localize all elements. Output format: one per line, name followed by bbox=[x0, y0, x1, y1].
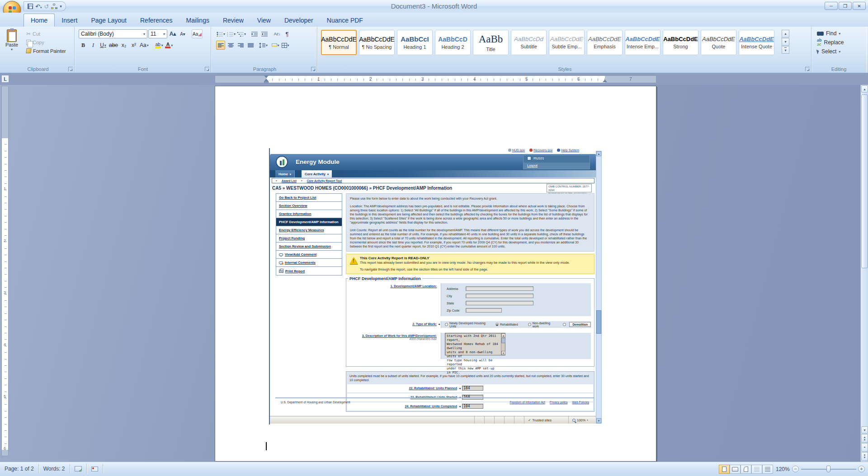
font-size-combo[interactable]: 11▾ bbox=[148, 29, 167, 38]
nav-tab-home[interactable]: Home▾ bbox=[275, 170, 295, 177]
sidebar-item-grantee-information[interactable]: Grantee Information bbox=[276, 210, 342, 218]
format-painter-button[interactable]: Format Painter bbox=[25, 47, 67, 55]
scroll-down-icon[interactable]: ▼ bbox=[501, 351, 505, 355]
demolition-button[interactable]: Demolition bbox=[569, 322, 591, 327]
tab-page-layout[interactable]: Page Layout bbox=[84, 14, 133, 27]
tab-view[interactable]: View bbox=[250, 14, 278, 27]
zoom-slider-thumb[interactable] bbox=[826, 466, 830, 472]
browser-zoom-cell[interactable]: 100% ▾ bbox=[568, 416, 596, 424]
scroll-up-icon[interactable]: ▲ bbox=[501, 333, 505, 337]
select-button[interactable]: Select▾ bbox=[817, 47, 844, 56]
units-completed-field[interactable]: 104 bbox=[462, 404, 483, 409]
style-subtitle[interactable]: AaBbCcDdSubtitle bbox=[511, 30, 547, 55]
bold-button[interactable]: B bbox=[79, 41, 88, 50]
style-intense-emphasis[interactable]: AaBbCcDdEIntense Emp... bbox=[625, 30, 660, 55]
style-strong[interactable]: AaBbCcDdEStrong bbox=[663, 30, 698, 55]
tab-developer[interactable]: Developer bbox=[278, 14, 320, 27]
left-indent-marker[interactable] bbox=[264, 81, 269, 83]
q1-development-amp-location-link[interactable]: 1. Development/AMP Location: bbox=[390, 285, 437, 288]
full-screen-reading-button[interactable] bbox=[730, 465, 741, 474]
logout-link[interactable]: Logout bbox=[524, 163, 590, 169]
address-field[interactable] bbox=[466, 286, 533, 291]
core-activity-report-tool-link[interactable]: Core Activity Report Tool bbox=[307, 179, 342, 182]
highlight-button[interactable]: ab▾ bbox=[155, 41, 164, 50]
zoom-level[interactable]: 120% bbox=[776, 466, 790, 472]
next-page-button[interactable]: ▼▼ bbox=[861, 452, 868, 461]
outline-view-button[interactable] bbox=[751, 465, 762, 474]
styles-scroll-up-button[interactable]: ▴ bbox=[782, 30, 789, 37]
minimize-button[interactable]: ─ bbox=[825, 2, 838, 10]
hud-gov-link[interactable]: HUD.gov bbox=[508, 149, 525, 152]
textarea-scrollbar[interactable]: ▲ ▼ bbox=[501, 333, 505, 355]
italic-button[interactable]: I bbox=[89, 41, 98, 50]
find-button[interactable]: Find▾ bbox=[817, 29, 844, 38]
close-button[interactable]: ✕ bbox=[853, 2, 866, 10]
webapp-scroll-down-icon[interactable]: ▼ bbox=[596, 418, 601, 423]
print-layout-view-button[interactable] bbox=[719, 465, 730, 474]
document-scrollbar[interactable]: ▲ ▼ ▲▲ ● ▼▼ bbox=[860, 85, 868, 462]
style-emphasis[interactable]: AaBbCcDdEEmphasis bbox=[587, 30, 623, 55]
word-count[interactable]: Words: 2 bbox=[39, 464, 70, 474]
scroll-down-button[interactable]: ▼ bbox=[861, 426, 868, 434]
style-no-spacing[interactable]: AaBbCcDdE¶ No Spacing bbox=[359, 30, 395, 55]
zoom-in-button[interactable]: + bbox=[858, 466, 865, 472]
city-field[interactable] bbox=[466, 294, 533, 298]
align-left-button[interactable] bbox=[216, 41, 225, 50]
numbering-button[interactable]: 123▾ bbox=[226, 29, 236, 38]
units-planned-field[interactable]: 184 bbox=[462, 386, 483, 391]
styles-scroll-down-button[interactable]: ▾ bbox=[782, 38, 789, 46]
vertical-ruler[interactable]: 1 2 3 4 5 6 bbox=[1, 86, 9, 456]
sidebar-item-internal-comments[interactable]: Internal Comments bbox=[276, 259, 342, 267]
style-title[interactable]: AaBbTitle bbox=[473, 30, 509, 55]
units-completed-link[interactable]: 24. Rehabilitated: Units Completed bbox=[405, 405, 457, 408]
right-indent-marker[interactable] bbox=[603, 79, 607, 82]
foia-link[interactable]: Freedom of Information Act bbox=[509, 401, 545, 404]
q2-type-of-work-link[interactable]: 2. Type of Work: bbox=[412, 322, 437, 326]
horizontal-ruler[interactable]: 1 2 3 4 5 6 7 bbox=[215, 75, 656, 83]
proofing-status[interactable] bbox=[70, 464, 87, 474]
sidebar-item-project-funding[interactable]: Project Funding bbox=[276, 234, 342, 243]
sort-button[interactable]: AZ↓ bbox=[273, 29, 282, 38]
radio-demolition[interactable] bbox=[563, 323, 566, 326]
description-textarea[interactable]: Starting with 2nd Qtr 2011 report, Westw… bbox=[445, 333, 505, 355]
replace-button[interactable]: abacReplace bbox=[817, 38, 844, 47]
grow-font-button[interactable]: A▴ bbox=[168, 29, 177, 38]
styles-dialog-launcher[interactable] bbox=[805, 67, 810, 71]
increase-indent-button[interactable] bbox=[260, 29, 269, 38]
radio-rehabilitated[interactable] bbox=[495, 323, 499, 326]
style-quote[interactable]: AaBbCcDdEQuote bbox=[701, 30, 736, 55]
award-list-link[interactable]: Award List bbox=[282, 179, 297, 182]
sidebar-item-section-review[interactable]: Section Review and Submission bbox=[276, 243, 342, 251]
style-heading-2[interactable]: AaBbCcDHeading 2 bbox=[435, 30, 471, 55]
sidebar-item-phcf-development[interactable]: PHCF Development/AMP Information bbox=[276, 218, 342, 226]
webapp-scroll-up-icon[interactable]: ▲ bbox=[596, 151, 601, 156]
style-subtle-emphasis[interactable]: AaBbCcDdESubtle Emp... bbox=[549, 30, 585, 55]
help-system-link[interactable]: Help System bbox=[557, 149, 579, 152]
radio-non-dwelling[interactable] bbox=[528, 323, 531, 326]
macro-recording[interactable] bbox=[87, 464, 103, 474]
clipboard-dialog-launcher[interactable] bbox=[68, 67, 73, 71]
borders-button[interactable]: ▾ bbox=[281, 41, 290, 50]
scroll-up-button[interactable]: ▲ bbox=[861, 85, 868, 93]
superscript-button[interactable]: x² bbox=[129, 41, 138, 50]
style-heading-1[interactable]: AaBbCcIHeading 1 bbox=[397, 30, 433, 55]
tab-mailings[interactable]: Mailings bbox=[179, 14, 216, 27]
tab-review[interactable]: Review bbox=[216, 14, 250, 27]
tab-selector[interactable]: L bbox=[1, 75, 9, 83]
zoom-out-button[interactable]: − bbox=[792, 466, 799, 472]
scrollbar-thumb[interactable] bbox=[501, 338, 505, 343]
shading-button[interactable]: ▾ bbox=[271, 41, 280, 50]
tab-references[interactable]: References bbox=[133, 14, 179, 27]
align-center-button[interactable] bbox=[226, 41, 235, 50]
strikethrough-button[interactable]: abe bbox=[108, 41, 118, 50]
recovery-gov-link[interactable]: Recovery.gov bbox=[529, 149, 552, 152]
paragraph-dialog-launcher[interactable] bbox=[311, 67, 316, 71]
show-paragraph-marks-button[interactable]: ¶ bbox=[283, 29, 292, 38]
bullets-button[interactable]: ▾ bbox=[216, 29, 226, 38]
sidebar-item-view-add-comment[interactable]: View/Add Comment bbox=[276, 251, 342, 259]
font-name-combo[interactable]: Calibri (Body)▾ bbox=[79, 29, 147, 38]
paste-button[interactable]: Paste ▾ bbox=[5, 29, 18, 51]
sidebar-item-print-report[interactable]: Print Report bbox=[276, 267, 342, 275]
align-right-button[interactable] bbox=[236, 41, 245, 50]
font-dialog-launcher[interactable] bbox=[205, 67, 209, 71]
